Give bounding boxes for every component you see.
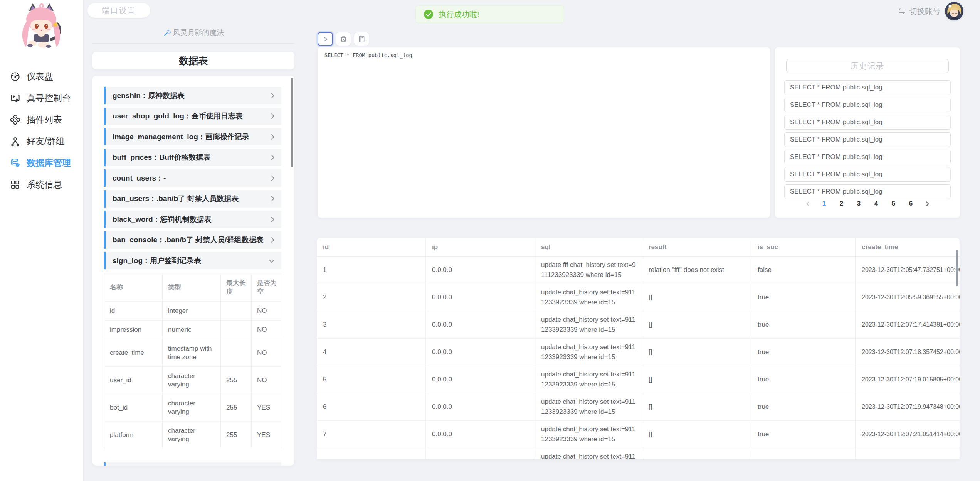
table-list-item-label: user_shop_gold_log：金币使用日志表: [113, 111, 243, 121]
schema-cell-type: integer: [163, 302, 221, 321]
schema-cell-nullable: NO: [252, 339, 281, 367]
history-item[interactable]: SELECT * FROM public.sql_log: [784, 184, 951, 199]
schema-cell-type: character varying: [163, 422, 221, 449]
cell-is-suc: false: [751, 257, 856, 284]
cell-result: []: [642, 421, 751, 448]
schema-cell-type: character varying: [163, 367, 221, 394]
page-number[interactable]: 5: [890, 200, 897, 208]
cell-id: 8: [317, 448, 426, 459]
cell-create-time: 2023-12-30T12:07:19.947348+00:00: [856, 393, 960, 421]
table-list-item[interactable]: sign_log：用户签到记录表: [104, 252, 281, 269]
history-item[interactable]: SELECT * FROM public.sql_log: [784, 80, 951, 95]
cell-ip: 0.0.0.0: [426, 257, 535, 284]
cell-id: 5: [317, 366, 426, 393]
page-number[interactable]: 1: [821, 200, 828, 208]
sidebar-item-database[interactable]: 数据库管理: [0, 152, 83, 174]
cell-sql: update chat_history set text=91112339233…: [535, 284, 642, 311]
table-list-item[interactable]: count_users：-: [104, 169, 281, 187]
chevron-right-icon: [269, 155, 274, 160]
switch-account-button[interactable]: 切换账号: [897, 6, 940, 17]
schema-cell-nullable: NO: [252, 367, 281, 394]
results-row: 6 0.0.0.0 update chat_history set text=9…: [317, 393, 960, 421]
results-table: idipsqlresultis_succreate_time 1 0.0.0.0…: [317, 238, 960, 459]
page-number[interactable]: 2: [838, 200, 845, 208]
results-row: 2 0.0.0.0 update chat_history set text=9…: [317, 284, 960, 311]
table-list-item[interactable]: ban_console：.ban/b了 封禁人员/群组数据表: [104, 231, 281, 249]
panel-divider: [92, 43, 294, 44]
chevron-right-icon: [269, 237, 274, 243]
results-body: 1 0.0.0.0 update fff chat_history set te…: [317, 257, 960, 459]
chevron-right-icon: [269, 134, 274, 139]
table-list-item[interactable]: ban_users：.ban/b了 封禁人员数据表: [104, 190, 281, 208]
cell-create-time: 2023-12-30T12:07:19.015805+00:00: [856, 366, 960, 393]
results-scrollbar[interactable]: [956, 250, 958, 286]
sidebar-item-dashboard[interactable]: 仪表盘: [0, 66, 83, 87]
results-row: 7 0.0.0.0 update chat_history set text=9…: [317, 421, 960, 448]
sql-editor[interactable]: SELECT * FROM public.sql_log: [318, 47, 770, 218]
history-item[interactable]: SELECT * FROM public.sql_log: [784, 150, 951, 164]
results-header-cell: id: [317, 238, 426, 257]
table-list-item-label: black_word：惩罚机制数据表: [113, 214, 212, 224]
check-circle-icon: [424, 9, 434, 19]
page-prev-icon[interactable]: [806, 201, 811, 206]
cell-ip: 0.0.0.0: [426, 393, 535, 421]
results-row: 1 0.0.0.0 update fff chat_history set te…: [317, 257, 960, 284]
cell-id: 3: [317, 311, 426, 339]
cell-is-suc: true: [751, 284, 856, 311]
history-panel: 历史记录 SELECT * FROM public.sql_log SELECT…: [775, 47, 960, 218]
cell-ip: 0.0.0.0: [426, 284, 535, 311]
schema-cell-maxlen: 255: [221, 422, 252, 449]
page-number[interactable]: 3: [856, 200, 862, 208]
tables-list-top: genshin：原神数据表 user_shop_gold_log：金币使用日志表…: [104, 87, 281, 269]
history-item[interactable]: SELECT * FROM public.sql_log: [784, 132, 951, 147]
history-item[interactable]: SELECT * FROM public.sql_log: [784, 167, 951, 182]
page-next-icon[interactable]: [924, 201, 929, 206]
history-title: 历史记录: [786, 59, 949, 73]
table-list-item[interactable]: user_shop_gold_log：金币使用日志表: [104, 108, 281, 125]
sidebar-nav: 仪表盘 真寻控制台 插件列表 好友/群组 数据库管理 系统信息: [0, 66, 83, 195]
plugins-icon: [10, 115, 20, 125]
swap-icon: [897, 7, 906, 16]
history-item[interactable]: SELECT * FROM public.sql_log: [784, 115, 951, 130]
sidebar-item-system[interactable]: 系统信息: [0, 174, 83, 195]
tables-panel-title-text: 数据表: [179, 54, 208, 67]
table-list-item-label: buff_prices：Buff价格数据表: [113, 152, 210, 162]
port-settings-button[interactable]: 端口设置: [87, 3, 150, 18]
tables-list-scrollbar[interactable]: [291, 78, 293, 167]
table-list-item[interactable]: genshin：原神数据表: [104, 87, 281, 104]
table-list-item[interactable]: black_word：惩罚机制数据表: [104, 211, 281, 228]
history-list: SELECT * FROM public.sql_log SELECT * FR…: [784, 80, 951, 202]
cell-id: 6: [317, 393, 426, 421]
sidebar-item-friends[interactable]: 好友/群组: [0, 130, 83, 152]
schema-cell-maxlen: 255: [221, 394, 252, 422]
tables-panel-title: 数据表: [92, 52, 294, 69]
table-list-item[interactable]: group_info_users：群员信息数据表: [104, 462, 281, 466]
run-sql-button[interactable]: [318, 32, 333, 46]
user-avatar[interactable]: [945, 2, 963, 20]
tables-list-panel: genshin：原神数据表 user_shop_gold_log：金币使用日志表…: [92, 76, 294, 466]
cell-id: 1: [317, 257, 426, 284]
cell-create-time: 2023-12-30T12:05:59.369155+00:00: [856, 284, 960, 311]
page-number[interactable]: 6: [908, 200, 914, 208]
results-row: 5 0.0.0.0 update chat_history set text=9…: [317, 366, 960, 393]
table-list-item[interactable]: buff_prices：Buff价格数据表: [104, 149, 281, 166]
results-header-cell: is_suc: [751, 238, 856, 257]
chevron-right-icon: [269, 196, 274, 201]
account-area: 切换账号: [897, 0, 963, 22]
schema-cell-nullable: NO: [252, 321, 281, 339]
sign-log-schema-table: 名称类型最大长度是否为空 id integer NO impression nu…: [104, 273, 281, 449]
sidebar-item-console[interactable]: 真寻控制台: [0, 87, 83, 109]
page-numbers: 123456: [821, 200, 914, 208]
sidebar-item-plugins[interactable]: 插件列表: [0, 109, 83, 130]
run-icon: [321, 35, 329, 43]
table-list-item[interactable]: image_management_log：画廊操作记录: [104, 128, 281, 145]
results-header-cell: ip: [426, 238, 535, 257]
cell-ip: 0.0.0.0: [426, 366, 535, 393]
clear-sql-button[interactable]: [336, 32, 351, 46]
schema-header-cell: 类型: [163, 273, 221, 302]
page-number[interactable]: 4: [873, 200, 880, 208]
history-item[interactable]: SELECT * FROM public.sql_log: [784, 98, 951, 112]
schema-cell-nullable: YES: [252, 422, 281, 449]
history-notebook-button[interactable]: [354, 32, 369, 46]
clear-icon: [340, 35, 348, 43]
